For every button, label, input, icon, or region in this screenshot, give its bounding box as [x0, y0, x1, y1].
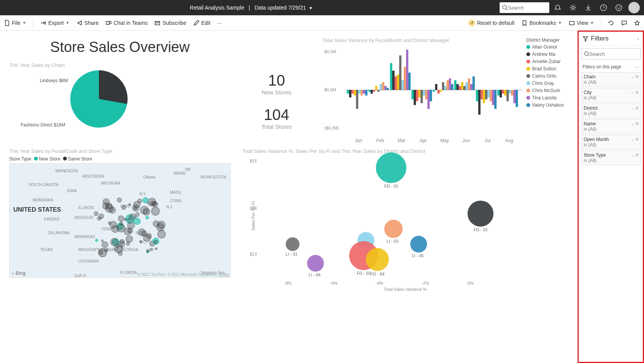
- legend-item[interactable]: Allan Guinot: [526, 44, 570, 50]
- global-search-input[interactable]: [508, 5, 542, 11]
- download-button[interactable]: [581, 1, 595, 15]
- subscribe-button[interactable]: Subscribe: [154, 20, 186, 26]
- clear-icon[interactable]: ⊘: [635, 105, 639, 110]
- filter-card[interactable]: Chainis (All)⌄ ⊘: [581, 72, 641, 87]
- map-bubble[interactable]: [118, 241, 125, 248]
- chevron-down-icon[interactable]: ⌄: [631, 90, 634, 94]
- scatter-bubble[interactable]: [307, 255, 324, 272]
- filter-card[interactable]: Cityis (All)⌄ ⊘: [581, 88, 641, 102]
- map-bubble[interactable]: [135, 212, 140, 217]
- scatter-bubble[interactable]: [286, 237, 299, 251]
- view-menu[interactable]: View▼: [569, 20, 594, 26]
- filter-search[interactable]: [581, 48, 641, 60]
- chevron-down-icon[interactable]: ▼: [307, 6, 313, 10]
- refresh-button[interactable]: [608, 20, 614, 26]
- variance-bar[interactable]: [375, 86, 377, 90]
- variance-bar[interactable]: [377, 90, 380, 92]
- map-bubble[interactable]: [118, 216, 125, 222]
- clear-icon[interactable]: ⊘: [635, 152, 639, 157]
- map-visual[interactable]: UNITED STATES ♭ Bing © 2021 TomTom, © 20…: [9, 163, 231, 278]
- clear-icon[interactable]: ⊘: [635, 137, 639, 141]
- clear-icon[interactable]: ⊘: [635, 121, 639, 126]
- legend-item[interactable]: Andrew Ma: [526, 52, 570, 57]
- legend-item[interactable]: Tina Lassila: [526, 95, 570, 100]
- help-button[interactable]: ?: [597, 1, 610, 15]
- account-button[interactable]: [627, 1, 641, 15]
- map-bubble[interactable]: [94, 211, 98, 216]
- legend-item[interactable]: Chris Gray: [526, 81, 570, 86]
- global-search[interactable]: [500, 2, 549, 13]
- variance-bar[interactable]: [494, 90, 497, 109]
- variance-chart[interactable]: Total Sales Variance by FiscalMonth and …: [322, 37, 568, 141]
- variance-bar[interactable]: [408, 73, 411, 90]
- comment-button[interactable]: [621, 20, 627, 26]
- scatter-bubble[interactable]: [410, 236, 427, 253]
- filter-card[interactable]: Districtis (All)⌄ ⊘: [581, 104, 641, 118]
- legend-item[interactable]: Chris McGurk: [526, 88, 570, 93]
- map-bubble[interactable]: [128, 203, 131, 206]
- chevron-down-icon[interactable]: ⌄: [631, 74, 634, 79]
- clear-icon[interactable]: ⊘: [635, 90, 639, 94]
- scatter-bubble[interactable]: [384, 220, 403, 238]
- variance-bar[interactable]: [387, 88, 389, 90]
- map-bubble[interactable]: [151, 207, 160, 215]
- chevron-down-icon[interactable]: ⌄: [631, 152, 634, 157]
- chevron-down-icon[interactable]: ⌄: [631, 137, 634, 141]
- map-bubble[interactable]: [142, 197, 149, 203]
- map-bubble[interactable]: [117, 198, 122, 203]
- variance-bar[interactable]: [440, 90, 442, 92]
- scatter-bubble[interactable]: [468, 201, 494, 227]
- map-bubble[interactable]: [134, 218, 140, 224]
- variance-bar[interactable]: [435, 84, 437, 90]
- chevron-down-icon[interactable]: ⌄: [631, 121, 634, 126]
- file-menu[interactable]: File▼: [4, 20, 26, 26]
- filter-card[interactable]: Store Typeis (All)⌄ ⊘: [581, 151, 641, 165]
- settings-button[interactable]: [566, 1, 580, 15]
- filter-card[interactable]: Open Monthis (All)⌄ ⊘: [581, 135, 641, 149]
- chevron-down-icon[interactable]: ⌄: [631, 105, 634, 110]
- scatter-bubble[interactable]: [376, 152, 406, 183]
- scatter-bubble[interactable]: [366, 248, 389, 271]
- map-bubble[interactable]: [143, 208, 150, 216]
- map-bubble[interactable]: [139, 240, 142, 243]
- export-menu[interactable]: Export▼: [40, 20, 69, 26]
- variance-bar[interactable]: [365, 90, 367, 96]
- filter-search-input[interactable]: [589, 51, 638, 57]
- more-button[interactable]: ···: [217, 20, 222, 26]
- filter-card[interactable]: Nameis (All)⌄ ⊘: [581, 119, 641, 134]
- map-bubble[interactable]: [124, 218, 126, 220]
- variance-bar[interactable]: [472, 76, 475, 90]
- chevron-right-icon[interactable]: ›: [638, 36, 639, 42]
- map-bubble[interactable]: [150, 248, 153, 251]
- map-bubble[interactable]: [102, 241, 108, 248]
- variance-bar[interactable]: [516, 90, 518, 107]
- pie-chart[interactable]: [70, 70, 128, 128]
- more-icon[interactable]: ···: [635, 64, 639, 70]
- share-button[interactable]: Share: [76, 20, 99, 26]
- notifications-button[interactable]: [551, 1, 565, 15]
- map-bubble[interactable]: [120, 222, 123, 225]
- reset-button[interactable]: ↺Reset to default: [468, 19, 515, 26]
- variance-bar[interactable]: [451, 84, 453, 90]
- edit-button[interactable]: Edit: [193, 20, 210, 26]
- map-bubble[interactable]: [126, 241, 130, 245]
- map-bubble[interactable]: [97, 217, 101, 220]
- map-bubble[interactable]: [118, 251, 123, 256]
- feedback-button[interactable]: [612, 1, 626, 15]
- map-bubble[interactable]: [108, 222, 111, 225]
- bookmarks-menu[interactable]: Bookmarks▼: [521, 20, 562, 26]
- map-bubble[interactable]: [95, 239, 98, 242]
- map-bubble[interactable]: [99, 250, 103, 255]
- map-bubble[interactable]: [133, 201, 141, 208]
- favorite-button[interactable]: [634, 20, 640, 26]
- report-title-wrap[interactable]: Retail Analysis Sample | Data updated 7/…: [3, 5, 500, 11]
- variance-bar[interactable]: [430, 90, 432, 101]
- legend-item[interactable]: Carlos Grilo: [526, 73, 570, 79]
- map-bubble[interactable]: [152, 201, 158, 207]
- variance-bar[interactable]: [373, 90, 375, 92]
- map-bubble[interactable]: [143, 234, 151, 242]
- map-bubble[interactable]: [154, 240, 158, 244]
- map-bubble[interactable]: [146, 216, 149, 219]
- map-bubble[interactable]: [109, 207, 116, 214]
- map-bubble[interactable]: [157, 230, 166, 238]
